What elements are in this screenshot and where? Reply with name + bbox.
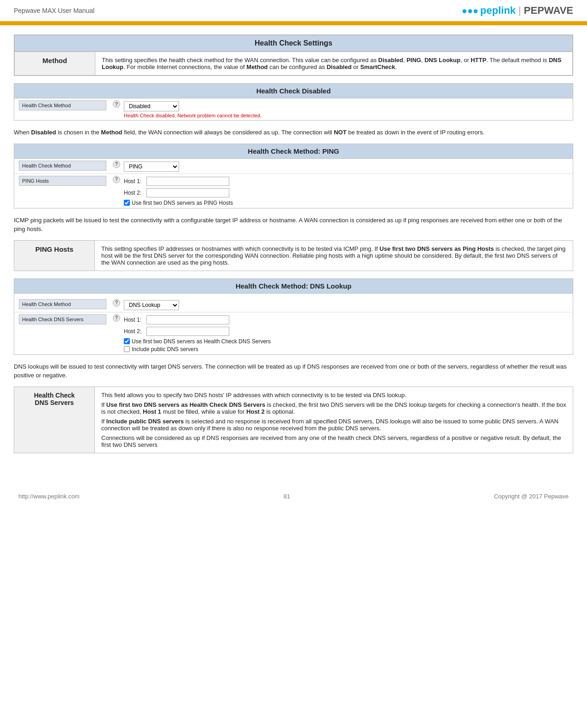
dns-method-select[interactable]: DNS Lookup Disabled PING HTTP SmartCheck	[124, 300, 179, 310]
ping-hosts-label: PING Hosts	[19, 176, 106, 186]
dns-servers-label-text: Health Check DNS Servers	[22, 317, 83, 322]
dns-host1-row: Host 1:	[124, 315, 271, 324]
ping-hcm-label-text: Health Check Method	[22, 163, 71, 168]
disabled-note: When Disabled is chosen in the Method fi…	[14, 128, 573, 137]
ping-section: Health Check Method: PING Health Check M…	[14, 144, 573, 208]
disabled-form-row: Health Check Method ? Disabled PING DNS …	[14, 98, 573, 120]
disabled-method-select[interactable]: Disabled PING DNS Lookup HTTP SmartCheck	[124, 101, 179, 111]
health-check-settings-section: Health Check Settings Method This settin…	[14, 35, 573, 76]
ping-note1: ICMP ping packets will be issued to test…	[14, 216, 573, 234]
health-check-settings-title: Health Check Settings	[14, 35, 573, 52]
ping-section-title: Health Check Method: PING	[14, 144, 573, 159]
footer-url: http://www.peplink.com	[18, 493, 80, 500]
dns-servers-desc-table: Health CheckDNS Servers This field allow…	[14, 387, 573, 453]
page-footer: http://www.peplink.com 81 Copyright @ 20…	[0, 484, 587, 509]
method-label-text: Method	[42, 57, 67, 64]
logo-product: PEPWAVE	[524, 5, 573, 17]
ping-host2-input[interactable]	[146, 188, 229, 197]
dns-section-title: Health Check Method: DNS Lookup	[14, 279, 573, 294]
ping-hosts-desc-text: This setting specifies IP addresses or h…	[101, 245, 565, 266]
logo: ●●● peplink | PEPWAVE	[462, 5, 573, 17]
ping-use-dns-checkbox[interactable]	[124, 200, 130, 206]
dns-hcm-label: Health Check Method	[19, 299, 106, 309]
disabled-section-title: Health Check Disabled	[14, 84, 573, 98]
main-content: Health Check Settings Method This settin…	[0, 25, 587, 474]
page-header: Pepwave MAX User Manual ●●● peplink | PE…	[0, 0, 587, 23]
dns-select-control: DNS Lookup Disabled PING HTTP SmartCheck	[124, 299, 179, 310]
disabled-select-row: Disabled PING DNS Lookup HTTP SmartCheck	[124, 101, 262, 111]
method-label: Method	[15, 52, 95, 75]
ping-checkbox-label: Use first two DNS servers as PING Hosts	[132, 200, 233, 206]
logo-separator: |	[518, 5, 521, 17]
dns-servers-desc-text: This field allows you to specify two DNS…	[101, 392, 566, 448]
footer-copyright: Copyright @ 2017 Pepwave	[494, 493, 569, 500]
disabled-hcm-label: Health Check Method	[19, 100, 106, 110]
ping-hcm-row: Health Check Method ? PING Disabled DNS …	[14, 159, 573, 174]
dns-hcm-label-text: Health Check Method	[22, 301, 71, 307]
manual-title: Pepwave MAX User Manual	[14, 7, 94, 14]
ping-hosts-label-text: PING Hosts	[22, 178, 49, 184]
dns-spacer	[14, 294, 573, 297]
dns-host2-input[interactable]	[146, 327, 229, 336]
dns-servers-desc-content: This field allows you to specify two DNS…	[95, 387, 573, 453]
ping-hosts-desc-content: This setting specifies IP addresses or h…	[95, 240, 573, 271]
dns-servers-label: Health Check DNS Servers	[19, 314, 106, 324]
ping-host1-label: Host 1:	[124, 178, 145, 185]
dns-servers-row: Health Check DNS Servers ? Host 1: Host …	[14, 312, 573, 354]
method-description: This setting specifies the health check …	[95, 52, 573, 75]
ping-hosts-control: Host 1: Host 2: Use first two DNS server…	[124, 176, 233, 206]
disabled-section: Health Check Disabled Health Check Metho…	[14, 83, 573, 121]
ping-hosts-desc-label: PING Hosts	[14, 240, 95, 271]
disabled-hcm-help: ?	[111, 100, 122, 108]
dns-servers-help-icon[interactable]: ?	[113, 314, 120, 322]
ping-hcm-label: Health Check Method	[19, 161, 106, 171]
dns-hcm-help: ?	[111, 299, 122, 306]
dns-include-public-checkbox[interactable]	[124, 346, 130, 352]
ping-hosts-help-icon[interactable]: ?	[113, 176, 120, 183]
ping-hcm-help: ?	[111, 161, 122, 168]
ping-select-control: PING Disabled DNS Lookup HTTP SmartCheck	[124, 161, 179, 172]
dns-help-icon[interactable]: ?	[113, 299, 120, 306]
ping-hosts-help: ?	[111, 176, 122, 183]
ping-hosts-desc-table: PING Hosts This setting specifies IP add…	[14, 240, 573, 271]
dns-note1: DNS lookups will be issued to test conne…	[14, 362, 573, 380]
dns-hcm-row: Health Check Method ? DNS Lookup Disable…	[14, 297, 573, 312]
ping-host2-row: Host 2:	[124, 188, 233, 197]
ping-host1-row: Host 1:	[124, 177, 233, 186]
dns-use-dns-checkbox[interactable]	[124, 338, 130, 344]
disabled-hcm-label-text: Health Check Method	[22, 103, 71, 108]
method-desc-text: This setting specifies the health check …	[102, 57, 561, 70]
dns-checkbox2-label: Include public DNS servers	[132, 346, 198, 352]
dns-servers-desc-label: Health CheckDNS Servers	[14, 387, 95, 453]
dns-servers-help: ?	[111, 314, 122, 322]
health-check-method-row: Method This setting specifies the health…	[14, 52, 573, 75]
disabled-help-icon[interactable]: ?	[113, 100, 120, 108]
logo-brand: peplink	[480, 5, 516, 17]
dns-section: Health Check Method: DNS Lookup Health C…	[14, 278, 573, 355]
disabled-error-text: Health Check disabled. Network problem c…	[124, 113, 262, 118]
ping-checkbox-row: Use first two DNS servers as PING Hosts	[124, 200, 233, 206]
ping-hosts-row: PING Hosts ? Host 1: Host 2: Use first t…	[14, 174, 573, 208]
ping-host2-label: Host 2:	[124, 190, 145, 196]
dns-host2-label: Host 2:	[124, 328, 145, 335]
dns-checkbox2-row: Include public DNS servers	[124, 346, 271, 352]
disabled-control: Disabled PING DNS Lookup HTTP SmartCheck…	[124, 100, 262, 118]
footer-page-number: 81	[284, 493, 290, 500]
dns-checkbox1-label: Use first two DNS servers as Health Chec…	[132, 338, 271, 345]
dns-checkbox1-row: Use first two DNS servers as Health Chec…	[124, 338, 271, 345]
dns-host2-row: Host 2:	[124, 327, 271, 336]
ping-help-icon[interactable]: ?	[113, 161, 120, 168]
logo-dots-icon: ●●●	[462, 6, 478, 16]
dns-host1-label: Host 1:	[124, 317, 145, 323]
ping-method-select[interactable]: PING Disabled DNS Lookup HTTP SmartCheck	[124, 162, 179, 172]
dns-servers-control: Host 1: Host 2: Use first two DNS server…	[124, 314, 271, 352]
dns-host1-input[interactable]	[146, 315, 229, 324]
ping-host1-input[interactable]	[146, 177, 229, 186]
